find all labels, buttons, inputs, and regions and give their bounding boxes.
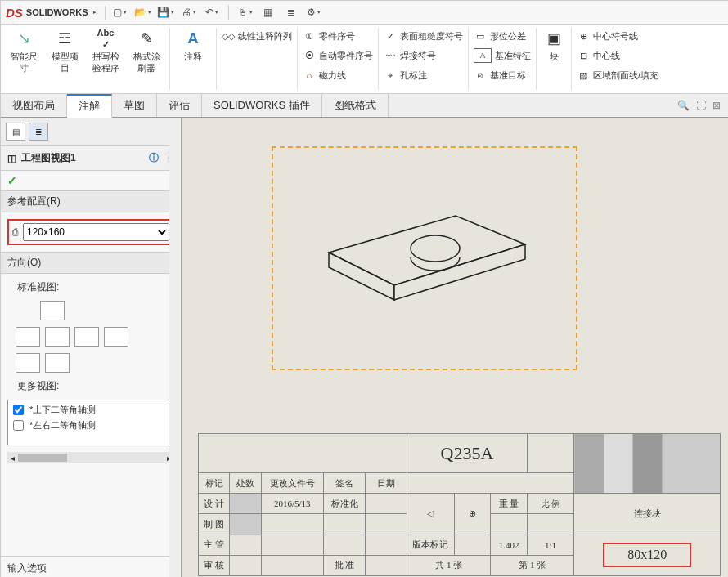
rebuild-icon[interactable]: ▦ [262, 6, 275, 19]
iso1-checkbox[interactable] [13, 405, 24, 415]
std-view-label: 标准视图: [7, 280, 174, 294]
view-left-button[interactable] [45, 327, 70, 347]
iso-plate-drawing [312, 191, 542, 330]
help-icon[interactable]: ⓘ [149, 151, 159, 165]
logo-text: SOLIDWORKS [26, 7, 88, 17]
undo-icon[interactable]: ↶▾ [205, 6, 218, 19]
vertical-scrollbar[interactable] [169, 118, 181, 577]
drawing-canvas[interactable]: Q235A 标记 处数 更改文件号 签名 日期 设 计 2016/5/13 标准 [182, 118, 728, 577]
view-top-button[interactable] [16, 327, 40, 347]
geo-tolerance-button[interactable]: ▭形位公差 [474, 28, 531, 44]
ref-config-select[interactable]: 120x160 [23, 223, 169, 241]
title-block: Q235A 标记 处数 更改文件号 签名 日期 设 计 2016/5/13 标准 [198, 433, 721, 576]
center-mark-button[interactable]: ⊕中心符号线 [577, 28, 658, 44]
close-panel-icon[interactable]: ⊠ [712, 100, 721, 111]
svg-point-3 [411, 235, 460, 262]
view-front-button[interactable] [40, 301, 65, 320]
view-iso-button[interactable] [104, 327, 128, 347]
iso2-checkbox[interactable] [13, 420, 24, 431]
options-icon[interactable]: ⚙▾ [308, 6, 321, 19]
feature-tree-tab[interactable]: ▤ [6, 123, 25, 141]
chevron-down-icon[interactable]: ▸ [93, 9, 97, 16]
smart-dimension-button[interactable]: ↘智能尺 寸 [6, 28, 42, 74]
view-more2-button[interactable] [45, 353, 70, 373]
property-manager: ▤ ≣ ◫ 工程图视图1 ⓘ ❔ ✓ 参考配置(R) ˆ ⎙ 120x160 [1, 118, 182, 577]
drawing-view-icon: ◫ [7, 153, 16, 164]
hatch-fill-button[interactable]: ▨区域剖面线/填充 [577, 67, 658, 83]
search-icon[interactable]: 🔍 [677, 100, 690, 111]
hole-callout-button[interactable]: ⌖孔标注 [384, 67, 463, 83]
maximize-icon[interactable]: ⛶ [696, 100, 706, 111]
tab-sketch[interactable]: 草图 [112, 94, 157, 117]
pm-title: 工程图视图1 [21, 151, 76, 165]
material-cell: Q235A [407, 434, 528, 473]
list-icon[interactable]: ≣ [285, 6, 298, 19]
new-icon[interactable]: ▢▾ [114, 6, 127, 19]
command-tabs: 视图布局 注解 草图 评估 SOLIDWORKS 插件 图纸格式 🔍 ⛶ ⊠ [1, 94, 728, 118]
ribbon: ↘智能尺 寸 ☲模型项 目 Abc✓拼写检 验程序 ✎格式涂 刷器 A注释 ◇◇… [1, 25, 728, 94]
tab-view-layout[interactable]: 视图布局 [1, 94, 67, 117]
block-button[interactable]: ▣块 [542, 28, 566, 62]
magnetic-line-button[interactable]: ∩磁力线 [303, 67, 373, 83]
save-icon[interactable]: 💾▾ [160, 6, 173, 19]
tab-annotate[interactable]: 注解 [67, 94, 112, 118]
linear-note-pattern-button[interactable]: ◇◇线性注释阵列 [222, 28, 292, 44]
open-icon[interactable]: 📂▾ [137, 6, 150, 19]
input-options-label: 输入选项 [7, 561, 47, 575]
format-painter-button[interactable]: ✎格式涂 刷器 [128, 28, 164, 74]
horizontal-scrollbar-thumb[interactable] [18, 454, 67, 462]
scroll-left-icon[interactable]: ◂ [11, 454, 15, 463]
datum-target-button[interactable]: ⦻基准目标 [474, 67, 531, 83]
spell-check-button[interactable]: Abc✓拼写检 验程序 [88, 28, 124, 74]
tab-addins[interactable]: SOLIDWORKS 插件 [202, 94, 322, 117]
balloon-button[interactable]: ①零件序号 [303, 28, 373, 44]
model-items-button[interactable]: ☲模型项 目 [47, 28, 83, 74]
more-views-list[interactable]: *上下二等角轴测 *左右二等角轴测 [7, 400, 174, 445]
datum-feature-button[interactable]: A基准特征 [474, 47, 531, 64]
app-logo: DS SOLIDWORKS ▸ [6, 6, 106, 20]
more-views-label: 更多视图: [7, 379, 174, 393]
print-icon[interactable]: 🖨▾ [182, 6, 195, 19]
note-button[interactable]: A注释 [175, 28, 211, 62]
centerline-button[interactable]: ⊟中心线 [577, 47, 658, 64]
quick-access-toolbar: ▢▾ 📂▾ 💾▾ 🖨▾ ↶▾ 🖱▾ ▦ ≣ ⚙▾ [114, 5, 321, 20]
orientation-label: 方向(O) [7, 256, 41, 270]
ref-config-highlight: ⎙ 120x160 [7, 219, 174, 245]
view-more1-button[interactable] [16, 353, 40, 373]
ref-config-label: 参考配置(R) [7, 195, 61, 208]
surface-finish-button[interactable]: ✓表面粗糙度符号 [384, 28, 463, 44]
config-icon: ⎙ [12, 226, 18, 238]
part-name-cell: 连接块 [574, 494, 721, 535]
weld-symbol-button[interactable]: 〰焊接符号 [384, 47, 463, 64]
property-tab[interactable]: ≣ [29, 123, 48, 141]
logo-ds: DS [6, 6, 23, 20]
config-name-highlight: 80x120 [603, 543, 691, 567]
auto-balloon-button[interactable]: ⦿自动零件序号 [303, 47, 373, 64]
view-right-button[interactable] [74, 327, 99, 347]
tab-evaluate[interactable]: 评估 [157, 94, 202, 117]
ok-button[interactable]: ✓ [1, 171, 181, 190]
tab-sheet-format[interactable]: 图纸格式 [322, 94, 389, 117]
select-icon[interactable]: 🖱▾ [239, 6, 252, 19]
